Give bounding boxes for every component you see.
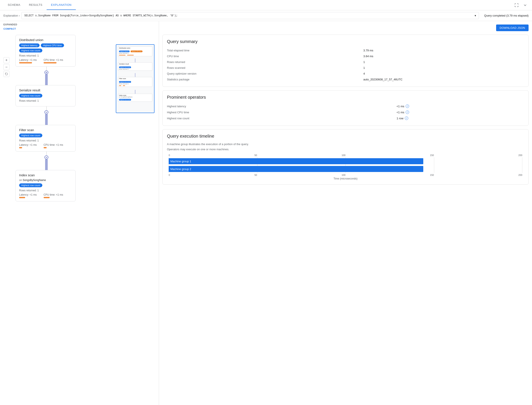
index-name: SongsBySongName <box>23 179 46 182</box>
connector-3 <box>45 152 48 170</box>
node-index-scan[interactable]: Index scan on SongsBySongName Highest ro… <box>15 170 76 202</box>
bar-row-2: Machine group 2 <box>169 166 522 172</box>
conn-rect-3 <box>45 159 48 170</box>
tab-results[interactable]: RESULTS <box>25 0 47 10</box>
summary-label-rows-scanned: Rows scanned <box>167 65 363 71</box>
x-label-200: 200 <box>519 154 522 156</box>
cpu-bar-index <box>44 197 50 198</box>
latency-metric-index: Latency: <1 ms <box>19 193 37 198</box>
query-text: SELECT s.SongName FROM Songs@{force_inde… <box>24 14 178 17</box>
operators-table: Highest latency <1 ms ↗ Highest CPU time… <box>167 103 524 121</box>
bar-label-1: Machine group 1 <box>170 160 191 163</box>
bar-bg-2: Machine group 2 <box>169 166 522 172</box>
download-btn-container: DOWNLOAD JSON <box>162 25 529 31</box>
query-status: Query completed (3.79 ms elapsed) <box>484 14 529 17</box>
summary-label-elapsed: Total elapsed time <box>167 47 363 53</box>
latency-bar-index <box>19 197 25 198</box>
latency-bar-filter <box>19 147 22 148</box>
conn-line-1 <box>47 67 47 70</box>
conn-dot-1 <box>45 70 48 74</box>
bar-fill-2[interactable]: Machine group 2 <box>169 166 423 172</box>
x-label-bot-0: 0 <box>169 174 170 176</box>
op-val-rowcount-text: 1 row <box>397 117 404 120</box>
summary-row-cpu: CPU time 3.64 ms <box>167 53 524 59</box>
conn-line-3 <box>47 152 47 155</box>
x-label-bot-150: 150 <box>430 174 434 176</box>
x-axis-top-labels: 0 50 100 150 200 <box>169 154 522 156</box>
mini-conn-2 <box>135 73 135 77</box>
minimap-inner: Distributed union Highest latency Highes… <box>117 46 153 112</box>
x-label-bot-100: 100 <box>342 174 346 176</box>
cpu-metric-index: CPU time: <1 ms <box>44 193 63 198</box>
bar-bg-1: Machine group 1 <box>169 158 522 164</box>
op-link-cpu[interactable]: ↗ <box>406 110 409 114</box>
rows-returned-index: Rows returned: 1 <box>19 189 72 192</box>
fullscreen-icon[interactable] <box>513 2 520 9</box>
badges-serialize-result: Highest row count <box>19 94 72 98</box>
download-json-button[interactable]: DOWNLOAD JSON <box>496 25 529 31</box>
execution-timeline-card: Query execution timeline A machine group… <box>162 129 529 185</box>
x-label-150: 150 <box>430 154 434 156</box>
node-title-index-scan: Index scan <box>19 173 72 177</box>
rows-returned-distributed-union: Rows returned: 1 <box>19 54 72 57</box>
summary-table: Total elapsed time 3.79 ms CPU time 3.64… <box>167 47 524 82</box>
summary-value-rows-returned: 1 <box>363 59 524 65</box>
summary-label-optimizer: Query optimizer version <box>167 71 363 76</box>
conn-rect-2 <box>45 114 48 125</box>
x-label-0: 0 <box>169 154 170 156</box>
op-link-latency[interactable]: ↗ <box>406 104 409 108</box>
minimap[interactable]: Distributed union Highest latency Highes… <box>116 44 154 113</box>
connector-2 <box>45 106 48 125</box>
latency-metric-distributed-union: Latency: <1 ms <box>19 59 37 63</box>
summary-row-optimizer: Query optimizer version 4 <box>167 71 524 76</box>
cpu-metric-distributed-union: CPU time: <1 ms <box>44 59 63 63</box>
connector-1 <box>45 67 48 85</box>
expanded-view-btn[interactable]: EXPANDED <box>3 23 159 26</box>
breadcrumb-arrow: › <box>19 14 20 17</box>
prominent-operators-title: Prominent operators <box>167 95 524 100</box>
latency-label-index: Latency: <1 ms <box>19 193 37 196</box>
summary-row-elapsed: Total elapsed time 3.79 ms <box>167 47 524 53</box>
node-serialize-result[interactable]: Serialize result Highest row count Rows … <box>15 85 76 106</box>
conn-line-2 <box>47 106 47 110</box>
op-val-latency-text: <1 ms <box>397 105 404 108</box>
op-label-cpu: Highest CPU time <box>167 109 397 115</box>
timeline-desc-1: A machine group illustrates the executio… <box>167 142 524 146</box>
cpu-label: CPU time: <1 ms <box>44 59 63 61</box>
zoom-out-button[interactable]: − <box>3 64 9 70</box>
zoom-controls: + − <box>3 57 9 77</box>
op-value-rowcount: 1 row ↗ <box>397 115 524 121</box>
mini-conn-3 <box>135 90 135 94</box>
latency-label-filter: Latency: <1 ms <box>19 143 37 146</box>
summary-label-cpu: CPU time <box>167 53 363 59</box>
cpu-metric-filter: CPU time: <1 ms <box>44 143 63 148</box>
node-filter-scan[interactable]: Filter scan Highest row count Rows retur… <box>15 125 76 152</box>
tab-schema[interactable]: SCHEMA <box>3 0 25 10</box>
cpu-label-index: CPU time: <1 ms <box>44 193 63 196</box>
rows-returned-filter: Rows returned: 1 <box>19 139 72 142</box>
mini-node-1: Distributed union Highest latency Highes… <box>118 47 152 56</box>
badges-filter-scan: Highest row count <box>19 134 72 137</box>
op-link-rowcount[interactable]: ↗ <box>405 116 408 120</box>
tab-explanation[interactable]: EXPLANATION <box>47 0 76 10</box>
execution-timeline-title: Query execution timeline <box>167 134 524 139</box>
tab-group: SCHEMA RESULTS EXPLANATION <box>3 0 76 10</box>
chevron-down-icon[interactable] <box>522 2 529 9</box>
zoom-reset-button[interactable] <box>3 71 9 77</box>
summary-value-cpu: 3.64 ms <box>363 53 524 59</box>
x-label-bot-50: 50 <box>254 174 257 176</box>
summary-row-stats: Statistics package auto_20230608_17_57_4… <box>167 76 524 82</box>
bar-fill-1[interactable]: Machine group 1 <box>169 158 423 164</box>
mini-node-4: Index scan on SongsBySongName Highest ro… <box>118 94 152 102</box>
view-toggle: EXPANDED COMPACT <box>0 21 159 31</box>
op-value-latency: <1 ms ↗ <box>397 103 524 109</box>
query-input[interactable]: SELECT s.SongName FROM Songs@{force_inde… <box>21 12 479 19</box>
badges-distributed-union: Highest latency Highest CPU time Highest… <box>19 43 72 53</box>
node-title-filter-scan: Filter scan <box>19 128 72 132</box>
dropdown-arrow-icon[interactable]: ▾ <box>475 14 476 17</box>
node-distributed-union[interactable]: Distributed union Highest latency Highes… <box>15 35 76 67</box>
badge-highest-latency: Highest latency <box>19 43 40 47</box>
zoom-in-button[interactable]: + <box>3 57 9 63</box>
breadcrumb: Explanation › <box>3 14 20 17</box>
compact-view-btn[interactable]: COMPACT <box>3 27 159 31</box>
